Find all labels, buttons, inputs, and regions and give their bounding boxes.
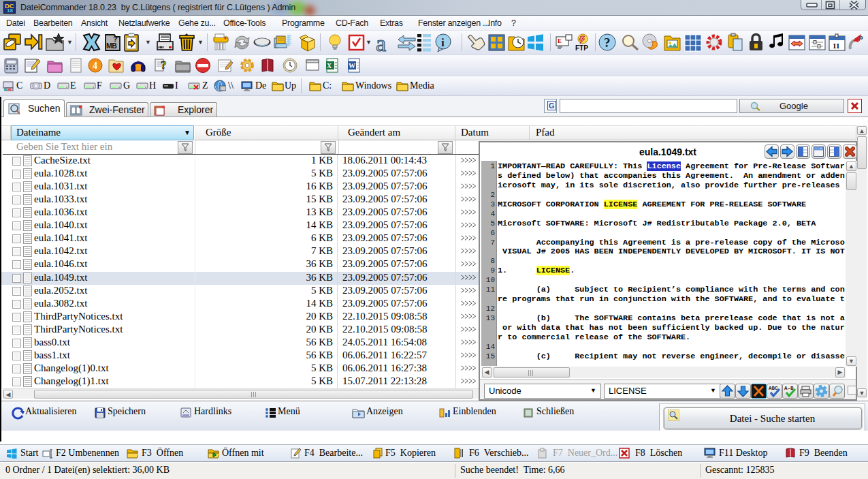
svg-text:a: a: [376, 33, 386, 52]
svg-text:FTP: FTP: [575, 44, 588, 52]
svg-text:?: ?: [604, 35, 611, 50]
svg-text:i: i: [441, 36, 445, 49]
svg-text:A-B: A-B: [784, 386, 794, 391]
svg-text:11: 11: [833, 42, 839, 50]
svg-text:W: W: [349, 62, 355, 69]
svg-text:?: ?: [161, 59, 167, 72]
svg-text:ABC: ABC: [769, 386, 778, 391]
svg-text:MB: MB: [106, 42, 117, 50]
svg-text:X: X: [327, 62, 332, 69]
svg-text:E: E: [558, 37, 562, 44]
svg-text:4: 4: [93, 61, 97, 71]
